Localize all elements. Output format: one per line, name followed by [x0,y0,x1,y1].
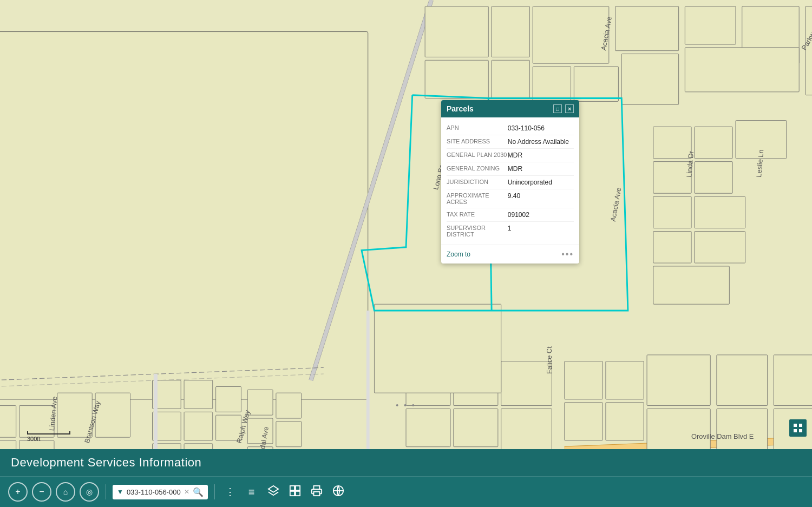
svg-rect-52 [565,403,603,440]
svg-rect-92 [313,491,319,495]
more-options-button[interactable]: ••• [561,249,574,259]
svg-rect-20 [653,196,691,228]
map-container[interactable]: Long Bar Rd Acacia Ave Acacia Ave Linda … [0,0,812,507]
layers-button[interactable] [265,483,282,501]
search-clear-button[interactable]: ✕ [184,488,189,496]
locate-icon: ◎ [86,488,93,496]
search-button[interactable]: 🔍 [193,487,204,497]
svg-rect-88 [290,485,294,490]
svg-rect-51 [606,361,644,399]
svg-rect-46 [501,361,552,406]
svg-rect-42 [276,393,302,418]
collapse-dots: • • • [396,401,416,410]
separator-2 [214,484,215,499]
svg-rect-63 [492,6,529,57]
search-field[interactable]: 033-110-056-000 [127,488,181,496]
svg-rect-65 [492,60,529,98]
svg-rect-53 [606,403,644,440]
popup-field-label: APPROXIMATE ACRES [447,192,508,205]
popup-field-value: Unincorporated [508,179,574,186]
svg-rect-10 [621,54,678,105]
svg-rect-89 [296,485,300,490]
svg-rect-15 [653,127,691,159]
popup-field-value: MDR [508,152,574,159]
bottom-toolbar: + − ⌂ ◎ ▼ 033-110-056-000 ✕ 🔍 [0,476,812,507]
popup-header: Parcels □ ✕ [441,100,579,117]
zoom-out-button[interactable]: − [32,482,51,502]
collapse-handle[interactable]: • • • [396,401,416,410]
svg-rect-8 [533,67,571,101]
svg-rect-84 [799,424,802,427]
home-icon: ⌂ [63,488,68,496]
svg-rect-64 [425,60,488,98]
popup-footer: Zoom to ••• [441,245,579,264]
popup-field-label: GENERAL PLAN 2030 [447,152,508,159]
svg-rect-25 [0,406,16,438]
scale-bar: 300ft [27,431,70,442]
svg-rect-32 [184,380,213,409]
popup-field-label: GENERAL ZONING [447,165,508,173]
svg-rect-50 [565,361,603,399]
svg-rect-83 [794,424,797,427]
popup-field-label: SUPERVISOR DISTRICT [447,225,508,238]
popup-field-value: 091002 [508,211,574,219]
zoom-in-button[interactable]: + [8,482,28,502]
home-button[interactable]: ⌂ [56,482,75,502]
svg-rect-35 [184,412,213,440]
svg-rect-16 [695,127,732,159]
layers-icon [267,485,279,499]
svg-rect-62 [425,6,488,57]
svg-rect-85 [794,429,797,432]
svg-marker-87 [268,485,278,492]
popup-row: JURISDICTIONUnincorporated [447,176,574,189]
svg-rect-1 [0,32,368,399]
app-title: Development Services Information [0,449,812,476]
popup-field-value: No Address Available [508,138,574,146]
popup-field-label: JURISDICTION [447,179,508,186]
bottom-bar: Development Services Information + − ⌂ ◎… [0,449,812,507]
popup-row: SUPERVISOR DISTRICT1 [447,222,574,240]
popup-title: Parcels [447,104,474,113]
popup-row: GENERAL PLAN 2030MDR [447,149,574,162]
globe-button[interactable] [330,483,347,501]
basemap-icon [289,485,301,499]
search-container[interactable]: ▼ 033-110-056-000 ✕ 🔍 [113,485,208,499]
scale-line [27,431,70,434]
popup-field-label: SITE ADDRESS [447,138,508,146]
svg-rect-56 [717,355,768,406]
popup: Parcels □ ✕ APN033-110-056SITE ADDRESSNo… [441,100,579,264]
print-button[interactable] [308,483,325,501]
popup-field-value: 9.40 [508,192,574,205]
svg-rect-6 [533,6,609,63]
svg-rect-13 [685,48,799,92]
svg-rect-54 [647,355,710,406]
grid-button[interactable] [789,419,807,437]
svg-rect-22 [653,232,691,264]
svg-rect-48 [454,409,498,446]
popup-body: APN033-110-056SITE ADDRESSNo Address Ava… [441,117,579,245]
svg-rect-61 [374,304,501,393]
locate-button[interactable]: ◎ [80,482,99,502]
dots-icon: ⋮ [225,486,235,498]
popup-resize-button[interactable]: □ [553,104,562,113]
popup-close-button[interactable]: ✕ [565,104,574,113]
popup-row: SITE ADDRESSNo Address Available [447,135,574,149]
svg-rect-86 [799,429,802,432]
search-dropdown[interactable]: ▼ [117,488,123,496]
separator-1 [106,484,106,499]
zoom-to-link[interactable]: Zoom to [447,251,470,258]
svg-rect-33 [216,386,241,412]
popup-row: APN033-110-056 [447,122,574,135]
list-view-button[interactable]: ≡ [243,483,260,501]
popup-field-value: 033-110-056 [508,124,574,132]
popup-row: APPROXIMATE ACRES9.40 [447,189,574,208]
basemap-button[interactable] [286,483,304,501]
svg-rect-11 [685,6,736,44]
svg-rect-58 [774,355,812,406]
svg-rect-43 [276,422,302,447]
dots-menu-button[interactable]: ⋮ [221,483,239,501]
svg-rect-91 [296,491,300,495]
popup-row: GENERAL ZONINGMDR [447,162,574,176]
popup-controls: □ ✕ [553,104,574,113]
globe-icon [332,485,344,499]
